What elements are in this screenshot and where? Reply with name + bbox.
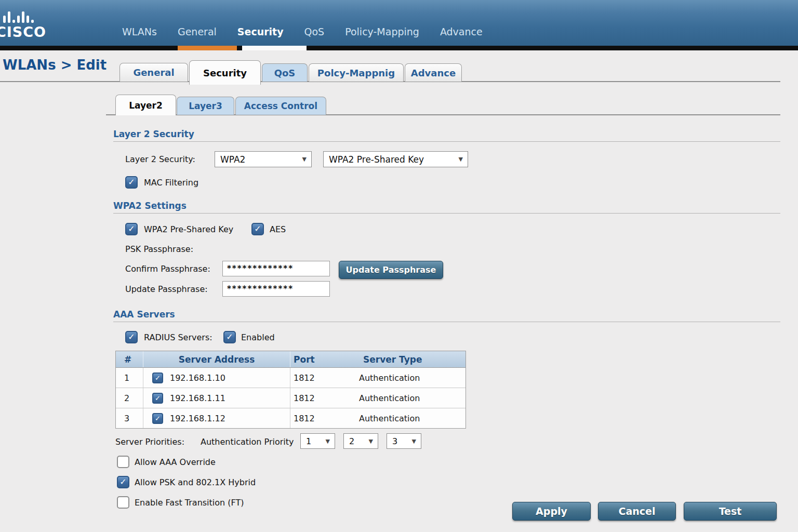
cisco-bars-icon [3, 10, 34, 23]
nav-indicator-security [242, 46, 307, 50]
server-3-address: 192.168.1.12 [170, 414, 225, 423]
server-1-port: 1812 [290, 368, 350, 388]
row-num: 1 [116, 368, 143, 388]
radius-table-header: # Server Address Port Server Type [116, 351, 466, 367]
test-button-label: Test [719, 506, 742, 517]
col-header-num: # [116, 351, 143, 367]
nav-policy-mapping[interactable]: Policy-Mapping [345, 26, 419, 37]
nav-qos[interactable]: QoS [304, 26, 325, 37]
aes-checkbox[interactable] [251, 223, 264, 235]
priority-2-select[interactable]: 2 [343, 433, 378, 449]
subtab-access-control[interactable]: Access Control [235, 97, 326, 115]
server-2-checkbox[interactable] [152, 393, 163, 404]
update-passphrase-label: Update Passphrase: [125, 284, 208, 294]
server-1-type: Authentication [350, 368, 466, 388]
table-row: 1 192.168.1.10 1812 Authentication [116, 367, 466, 388]
tab-general[interactable]: General [119, 63, 188, 82]
col-header-type: Server Type [350, 351, 466, 367]
subtab-layer2-label: Layer2 [129, 100, 163, 111]
col-header-port: Port [290, 351, 350, 367]
wpa2-psk-checkbox[interactable] [125, 223, 138, 235]
subtab-layer2[interactable]: Layer2 [115, 95, 176, 115]
auth-key-mgmt-select[interactable]: WPA2 Pre-Shared Key [323, 151, 468, 167]
priority-1-value: 1 [306, 436, 311, 446]
radius-enabled-checkbox[interactable] [223, 331, 236, 343]
nav-security[interactable]: Security [237, 26, 284, 37]
wpa2-divider [113, 213, 780, 214]
subtab-layer3-label: Layer3 [189, 101, 222, 111]
layer2-security-value: WPA2 [220, 154, 245, 165]
allow-aaa-override-label: Allow AAA Override [135, 457, 216, 467]
nav-indicator-general [178, 46, 237, 50]
subtab-access-control-label: Access Control [244, 101, 317, 111]
aaa-servers-title: AAA Servers [113, 309, 175, 320]
table-row: 2 192.168.1.11 1812 Authentication [116, 388, 466, 408]
tab-qos-label: QoS [274, 68, 296, 78]
cisco-logo: CISCO [0, 24, 46, 40]
header-bottom-strip [0, 46, 798, 50]
tab-advance-label: Advance [411, 68, 456, 78]
server-1-address: 192.168.1.10 [170, 373, 225, 383]
cancel-button[interactable]: Cancel [598, 502, 676, 521]
allow-psk-hybrid-label: Allow PSK and 802.1X Hybrid [135, 477, 256, 487]
server-2-address: 192.168.1.11 [170, 393, 225, 403]
apply-button[interactable]: Apply [512, 502, 591, 521]
server-3-checkbox[interactable] [152, 413, 163, 424]
tab-advance[interactable]: Advance [405, 63, 462, 82]
allow-psk-hybrid-checkbox[interactable] [117, 476, 129, 488]
confirm-passphrase-label: Confirm Passphrase: [125, 264, 210, 274]
update-passphrase-button-label: Update Passphrase [346, 265, 436, 275]
row-num: 3 [116, 408, 143, 428]
radius-servers-label: RADIUS Servers: [144, 332, 212, 342]
col-header-address: Server Address [143, 351, 290, 367]
mac-filtering-checkbox[interactable] [125, 176, 138, 189]
confirm-passphrase-input[interactable] [222, 261, 330, 276]
radius-server-table: # Server Address Port Server Type 1 192.… [115, 351, 466, 429]
wpa2-settings-title: WPA2 Settings [113, 201, 187, 211]
layer2-security-label: Layer 2 Security: [125, 154, 195, 164]
app-header: CISCO WLANs General Security QoS Policy-… [0, 0, 798, 46]
layer2-divider [113, 141, 780, 142]
nav-general[interactable]: General [178, 26, 217, 37]
aes-label: AES [270, 224, 286, 234]
server-1-checkbox[interactable] [152, 373, 163, 383]
server-priorities-label: Server Priorities: [115, 437, 184, 447]
tab-security-label: Security [203, 68, 247, 78]
tab-policy-mapping-label: Polcy-Mappnig [317, 68, 395, 78]
apply-button-label: Apply [536, 506, 567, 517]
server-2-port: 1812 [290, 388, 350, 408]
tab-general-label: General [133, 67, 174, 78]
tab-security[interactable]: Security [189, 60, 261, 85]
nav-wlans[interactable]: WLANs [122, 26, 157, 37]
aaa-divider [113, 322, 780, 322]
psk-passphrase-label: PSK Passphrase: [125, 244, 193, 254]
priority-3-value: 3 [392, 436, 397, 446]
priority-1-select[interactable]: 1 [300, 433, 335, 449]
tab-qos[interactable]: QoS [262, 63, 308, 82]
server-2-type: Authentication [350, 388, 466, 408]
top-nav: WLANs General Security QoS Policy-Mappin… [122, 26, 483, 37]
auth-key-mgmt-value: WPA2 Pre-Shared Key [329, 154, 424, 165]
test-button[interactable]: Test [684, 502, 777, 521]
update-passphrase-button[interactable]: Update Passphrase [339, 261, 443, 279]
table-row: 3 192.168.1.12 1812 Authentication [116, 408, 466, 428]
authentication-priority-label: Authentication Priority [201, 437, 294, 447]
mac-filtering-label: MAC Filtering [144, 178, 198, 188]
tab-policy-mapping[interactable]: Polcy-Mappnig [309, 63, 404, 82]
allow-aaa-override-checkbox[interactable] [117, 456, 129, 468]
layer2-security-select[interactable]: WPA2 [215, 151, 312, 167]
radius-enabled-label: Enabled [241, 332, 275, 342]
enable-ft-label: Enable Fast Transition (FT) [135, 498, 244, 508]
update-passphrase-input[interactable] [222, 281, 330, 297]
priority-2-value: 2 [349, 436, 354, 446]
server-3-port: 1812 [290, 408, 350, 428]
nav-advance[interactable]: Advance [440, 26, 483, 37]
priority-3-select[interactable]: 3 [387, 433, 421, 449]
cancel-button-label: Cancel [619, 506, 656, 517]
radius-servers-checkbox[interactable] [125, 331, 138, 343]
breadcrumb: WLANs > Edit [3, 57, 107, 73]
row-num: 2 [116, 388, 143, 408]
subtab-layer3[interactable]: Layer3 [177, 97, 234, 115]
enable-ft-checkbox[interactable] [117, 496, 129, 509]
wpa2-psk-label: WPA2 Pre-Shared Key [144, 224, 233, 234]
